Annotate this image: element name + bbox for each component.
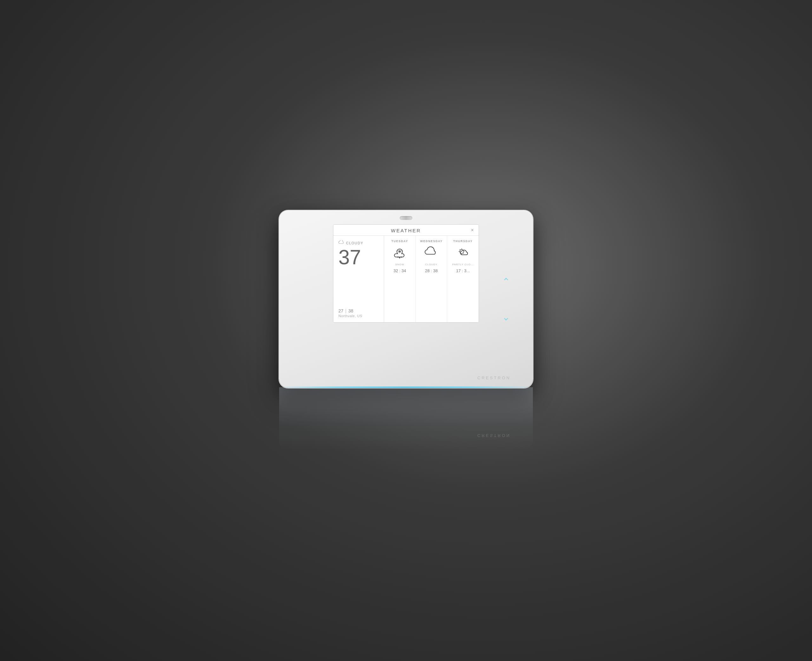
- wednesday-label: WEDNESDAY: [420, 239, 442, 243]
- chevron-up-icon: ⌃: [502, 277, 510, 286]
- nav-down-button[interactable]: ⌃: [498, 312, 514, 321]
- location-text: Northvale, US: [338, 314, 379, 318]
- thursday-temps: 17 | 3...: [456, 268, 470, 273]
- svg-line-12: [463, 253, 464, 254]
- svg-point-1: [399, 257, 400, 259]
- forecast-tuesday: TUESDAY: [384, 236, 416, 322]
- widget-body: CLOUDY 37 27 | 38 Northvale, US: [333, 236, 479, 322]
- reflection-brand: CRESTRON: [477, 433, 511, 438]
- current-weather-panel: CLOUDY 37 27 | 38 Northvale, US: [333, 236, 384, 322]
- tuesday-condition: SNOW: [395, 263, 404, 266]
- forecast-wednesday: WEDNESDAY CLOUDY 28 | 38: [416, 236, 448, 322]
- temp-range: 27 | 38: [338, 308, 379, 313]
- tuesday-temps: 32 | 34: [393, 268, 406, 273]
- current-temperature: 37: [338, 247, 379, 267]
- reflection-glow: [279, 387, 533, 388]
- nav-up-button[interactable]: ⌃: [498, 277, 514, 286]
- svg-line-11: [460, 249, 460, 250]
- close-button[interactable]: ×: [469, 227, 476, 233]
- temp-high: 38: [348, 308, 353, 313]
- wednesday-high: 38: [433, 268, 437, 273]
- partly-cloudy-icon: [456, 246, 470, 260]
- cloud-icon: [338, 240, 344, 246]
- led-indicator: [400, 216, 412, 220]
- cloud-icon-wednesday: [424, 246, 438, 260]
- svg-point-2: [401, 256, 402, 258]
- svg-point-0: [397, 256, 399, 258]
- temp-separator: |: [346, 308, 347, 313]
- device-reflection: CRESTRON: [279, 387, 533, 450]
- weather-widget: WEATHER ×: [333, 225, 479, 322]
- screen-area: WEATHER ×: [333, 224, 479, 323]
- chevron-down-icon: ⌃: [502, 312, 510, 321]
- current-condition: CLOUDY: [338, 240, 379, 246]
- tuesday-label: TUESDAY: [391, 239, 408, 243]
- tuesday-high: 34: [402, 268, 406, 273]
- device-wrapper: WEATHER ×: [279, 211, 533, 450]
- wednesday-condition: CLOUDY: [425, 263, 437, 266]
- thursday-label: THURSDAY: [453, 239, 472, 243]
- thursday-condition: PARTLY CLO...: [452, 263, 474, 266]
- forecast-thursday: THURSDAY: [447, 236, 479, 322]
- snow-icon: [393, 246, 407, 260]
- wednesday-temps: 28 | 38: [425, 268, 438, 273]
- brand-label: CRESTRON: [477, 375, 511, 380]
- tuesday-low: 32: [393, 268, 398, 273]
- widget-title-bar: WEATHER ×: [333, 225, 479, 236]
- wednesday-low: 28: [425, 268, 429, 273]
- temp-low: 27: [338, 308, 344, 313]
- crestron-device: WEATHER ×: [279, 211, 533, 388]
- current-condition-text: CLOUDY: [346, 241, 364, 245]
- nav-arrows: ⌃ ⌃: [498, 277, 514, 321]
- widget-title: WEATHER: [391, 228, 421, 233]
- thursday-low: 17: [456, 268, 461, 273]
- thursday-high: 3...: [464, 268, 470, 273]
- forecast-area: TUESDAY: [384, 236, 479, 322]
